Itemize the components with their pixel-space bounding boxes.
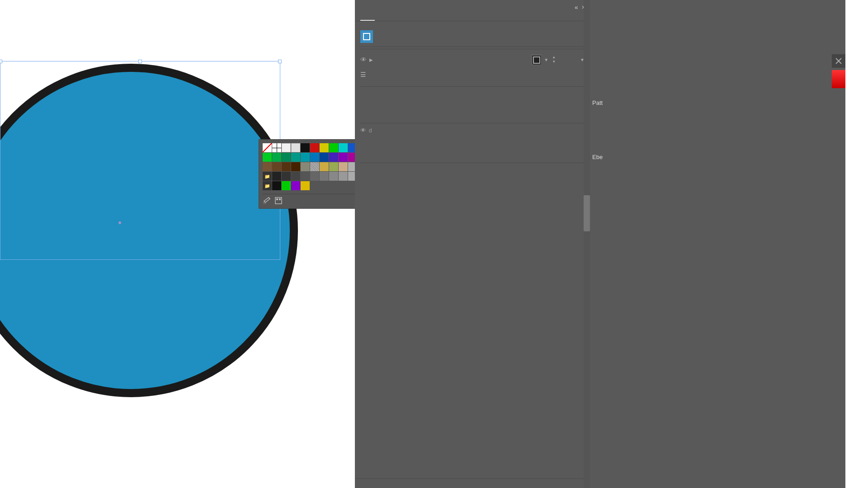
scrollbar-thumb[interactable] bbox=[584, 195, 590, 231]
path-row bbox=[360, 27, 585, 47]
swatch-gray11[interactable] bbox=[339, 172, 348, 181]
swatch-gray10[interactable] bbox=[329, 172, 338, 181]
path-icon bbox=[360, 30, 373, 43]
svg-rect-6 bbox=[363, 33, 370, 40]
list-view-icon[interactable]: ☰ bbox=[360, 71, 366, 78]
right-panel: « × 👁 ▶ bbox=[355, 0, 590, 488]
swatch-blue3[interactable] bbox=[320, 153, 329, 162]
swatch-tan5[interactable] bbox=[339, 162, 348, 171]
swatch-gray12[interactable] bbox=[348, 172, 355, 181]
canvas-area: 📁 📁 bbox=[0, 0, 355, 488]
center-dot bbox=[118, 221, 121, 224]
eye-icon-2[interactable]: 👁 bbox=[360, 127, 366, 134]
swatch-purple1[interactable] bbox=[329, 153, 338, 162]
color-picker-left-tools bbox=[263, 197, 283, 205]
swatch-teal2[interactable] bbox=[282, 153, 291, 162]
divider-3 bbox=[360, 123, 585, 123]
swatch-magenta3[interactable] bbox=[348, 153, 355, 162]
svg-rect-4 bbox=[276, 198, 278, 200]
swatch-black5[interactable] bbox=[272, 181, 281, 190]
panel-content: 👁 ▶ ▼ ▲ ▼ ▼ ☰ bbox=[355, 21, 590, 488]
swatch-yellow1[interactable] bbox=[320, 143, 329, 152]
swatch-green5[interactable] bbox=[282, 181, 291, 190]
swatch-blue1[interactable] bbox=[348, 143, 355, 152]
color-row-1 bbox=[263, 143, 355, 152]
swatch-black1[interactable] bbox=[272, 172, 281, 181]
swatch-white1[interactable] bbox=[282, 143, 291, 152]
attr-label: d bbox=[369, 127, 372, 134]
swatch-black3[interactable] bbox=[291, 172, 300, 181]
swatch-folder2[interactable]: 📁 bbox=[263, 181, 272, 190]
size-spinner: ▲ ▼ bbox=[552, 55, 556, 64]
bottom-attr-row: 👁 d bbox=[360, 125, 585, 136]
swatch-special2[interactable] bbox=[320, 162, 329, 171]
stroke-color-box[interactable] bbox=[531, 55, 541, 65]
swatch-brown6[interactable] bbox=[282, 162, 291, 171]
swatch-teal1[interactable] bbox=[272, 153, 281, 162]
color-picker-toolbar: ⊞ ☰ 📁 + 🗑 bbox=[263, 194, 355, 205]
expand-icon[interactable]: ▶ bbox=[369, 57, 373, 62]
swatch-cyan1[interactable] bbox=[339, 143, 348, 152]
ebe-label: Ebe bbox=[592, 154, 603, 160]
swatch-none[interactable] bbox=[263, 143, 272, 152]
color-picker-popup: 📁 📁 bbox=[259, 139, 355, 209]
panel-tabs bbox=[355, 13, 590, 21]
color-row-5: 📁 bbox=[263, 181, 355, 190]
swatch-darkgray1[interactable] bbox=[310, 172, 319, 181]
swatch-blue2[interactable] bbox=[310, 153, 319, 162]
swatch-gray9[interactable] bbox=[320, 172, 329, 181]
stroke-dropdown-arrow[interactable]: ▼ bbox=[544, 57, 548, 62]
swatch-register[interactable] bbox=[272, 143, 281, 152]
swatch-brown4[interactable] bbox=[263, 162, 272, 171]
swatch-special3[interactable] bbox=[329, 162, 338, 171]
divider-1 bbox=[360, 49, 585, 49]
swatch-green4[interactable] bbox=[263, 153, 272, 162]
swatch-brown7[interactable] bbox=[291, 162, 300, 171]
swatch-red1[interactable] bbox=[310, 143, 319, 152]
spinner-up[interactable]: ▲ bbox=[552, 55, 556, 60]
color-row-3 bbox=[263, 162, 355, 171]
divider-2 bbox=[360, 86, 585, 87]
patt-label: Patt bbox=[592, 99, 603, 106]
tab-grafikstile[interactable] bbox=[375, 13, 389, 21]
partial-right-panel: Patt Ebe bbox=[590, 0, 845, 488]
divider-4 bbox=[360, 163, 585, 163]
pt-value bbox=[360, 81, 585, 84]
color-row-2 bbox=[263, 153, 355, 162]
swatch-purple2[interactable] bbox=[291, 181, 300, 190]
panel-bottom-toolbar bbox=[355, 479, 590, 488]
swatch-cyan2[interactable] bbox=[291, 153, 300, 162]
visibility-icon[interactable]: 👁 bbox=[360, 56, 367, 63]
red-color-strip[interactable] bbox=[832, 70, 845, 88]
list-icon-row: ☰ bbox=[360, 68, 585, 81]
swatch-green1[interactable] bbox=[329, 143, 338, 152]
kontur-row: 👁 ▶ ▼ ▲ ▼ ▼ bbox=[360, 51, 585, 68]
svg-rect-5 bbox=[279, 198, 281, 200]
swatch-black4[interactable] bbox=[301, 172, 310, 181]
circle-shape[interactable] bbox=[0, 59, 303, 402]
swatch-brown5[interactable] bbox=[272, 162, 281, 171]
swatch-gray1[interactable] bbox=[301, 162, 310, 171]
swatch-black[interactable] bbox=[301, 143, 310, 152]
swatch-special1[interactable] bbox=[310, 162, 319, 171]
top-right-icon[interactable] bbox=[832, 54, 845, 68]
scrollbar-track bbox=[584, 0, 590, 488]
swatch-folder1[interactable]: 📁 bbox=[263, 172, 272, 181]
svg-point-0 bbox=[0, 68, 294, 393]
color-row-4: 📁 bbox=[263, 172, 355, 181]
color-swatch-options[interactable] bbox=[274, 197, 283, 205]
spinner-down[interactable]: ▼ bbox=[552, 60, 556, 64]
svg-line-2 bbox=[269, 197, 270, 199]
swatch-black2[interactable] bbox=[282, 172, 291, 181]
swatch-magenta2[interactable] bbox=[339, 153, 348, 162]
swatch-white2[interactable] bbox=[291, 143, 300, 152]
swatch-cyan3[interactable] bbox=[301, 153, 310, 162]
color-picker-eyedropper[interactable] bbox=[263, 197, 271, 205]
swatch-yellow4[interactable] bbox=[301, 181, 310, 190]
color-grid: 📁 📁 bbox=[263, 143, 355, 190]
swatch-gray2[interactable] bbox=[348, 162, 355, 171]
tab-aussehen[interactable] bbox=[360, 13, 375, 21]
collapse-panel-icon[interactable]: « bbox=[575, 4, 578, 11]
